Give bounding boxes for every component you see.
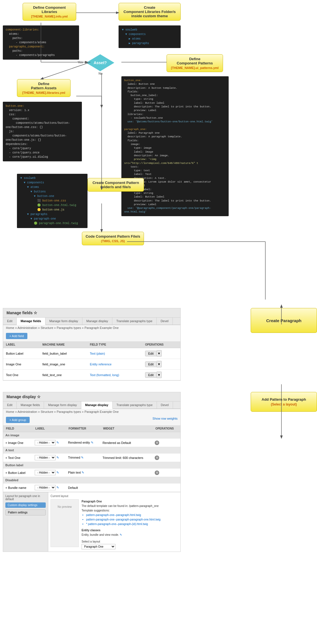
tab-manage-form[interactable]: Manage form display [45,318,82,325]
select-layout-area: Select a layout Paragraph One [82,539,161,549]
group-header-image: An image [3,432,180,439]
current-layout-label: Current layout [51,495,178,498]
entity-classes-edit[interactable]: ✎ [120,533,122,536]
group-header-button: Button label [3,462,180,469]
row-label-0: Button Label [3,348,40,359]
disp-col-widget: WIDGET [100,425,152,432]
disp-label-edit-text[interactable]: ✎ [56,456,59,459]
gear-icon-text-one[interactable]: ⚙ [155,456,159,460]
template-title: Paragraph One [82,500,102,503]
col-machine-name: MACHINE NAME [40,341,87,348]
disp-formatter-edit-button[interactable]: ✎ [82,471,84,474]
pattern-settings-btn[interactable]: Pattern settings [5,509,46,515]
gear-icon-image-one[interactable]: ⚙ [155,441,159,445]
col-field-type: FIELD TYPE [87,341,142,348]
disp-widget-bundle [100,483,152,492]
box4-subtitle: [THEME_NAME].libraries.yml [20,91,67,94]
disp-col-label: LABEL [32,425,66,432]
tab-edit[interactable]: Edit [3,318,17,325]
disp-label-edit-bundle[interactable]: ✎ [56,486,59,489]
fields-table: LABEL MACHINE NAME FIELD TYPE OPERATIONS… [3,341,180,380]
disp-col-field: FIELD [3,425,32,432]
disp-label-edit-button[interactable]: ✎ [56,471,59,474]
add-pattern-title: Add Pattern to Paragraph [262,397,306,402]
tab-manage-fields[interactable]: Manage fields [17,318,45,325]
edit-button-1[interactable]: Edit [145,361,157,367]
row-label-2: Text One [3,370,40,380]
disp-formatter-button: Plain text ✎ [66,469,100,477]
tab-disp-manage-display[interactable]: Manage display [81,402,113,409]
field-type-link-1[interactable]: Entity reference [90,363,112,366]
disp-label-select-text[interactable]: - Hidden - [35,455,56,460]
disp-label-select-image[interactable]: - Hidden - [35,440,56,445]
layout-content: Current layout No preview Paragraph One … [48,492,180,552]
row-type-0: Text (plain) [87,348,142,359]
entity-classes-desc: Entity, bundle and view mode. [82,533,119,536]
disp-formatter-edit-image[interactable]: ✎ [91,441,93,444]
layout-select[interactable]: Paragraph One [82,544,115,549]
box3-subtitle: [THEME_NAME].ui_patterns.yml [170,66,220,70]
table-row: Button Label field_button_label Text (pl… [3,348,180,359]
tab-devel[interactable]: Devel [157,318,173,325]
template-info: Paragraph One The default template can b… [82,499,161,549]
tab-disp-manage-fields[interactable]: Manage fields [17,402,44,409]
group-label-disabled: Disabled [3,477,180,483]
manage-display-row: Manage display ☆ Edit Manage fields Mana… [0,386,317,552]
manage-fields-section: Manage fields ☆ Edit Manage fields Manag… [3,308,181,381]
edit-dropdown-0[interactable]: ▾ [157,350,162,357]
disp-label-button: - Hidden - ✎ [32,469,66,477]
add-field-button[interactable]: + Add field [6,333,27,339]
add-pattern-box: Add Pattern to Paragraph (Select a layou… [251,392,317,412]
tab-disp-devel[interactable]: Devel [157,402,173,409]
disp-label-edit-image[interactable]: ✎ [56,441,59,444]
diamond-label: Asset? [86,54,114,71]
manage-display-section: Manage display ☆ Edit Manage fields Mana… [3,392,181,552]
group-header-text: A text [3,447,180,454]
show-row-weights-link[interactable]: Show row weights [152,417,178,420]
tab-disp-translate[interactable]: Translate paragraphs type [113,402,157,409]
row-op-0: Edit▾ [142,348,180,359]
disp-field-bundle: + Bundle name [3,483,32,492]
bottom-sections: Manage fields ☆ Edit Manage fields Manag… [0,300,317,552]
disp-col-ops: OPERATIONS [152,425,180,432]
code-component-pattern-box: Code Component Pattern File/s (TWIG, CSS… [82,232,144,245]
disp-formatter-image-one: Rendered entity ✎ [66,439,100,447]
no-preview: No preview [51,499,79,547]
edit-dropdown-1[interactable]: ▾ [157,361,162,367]
edit-button-0[interactable]: Edit [145,351,157,356]
entity-classes: Entity classes Entity, bundle and view m… [82,528,161,537]
layout-sidebar: Layout for paragraph one in default Cust… [3,492,48,552]
code-box-2: button_one: label: Button one descriptio… [121,76,229,216]
field-type-link-0[interactable]: Text (plain) [90,352,105,355]
manage-fields-header: Manage fields ☆ [3,308,180,318]
tab-disp-edit[interactable]: Edit [3,402,17,409]
gear-icon-button[interactable]: ⚙ [155,470,159,475]
group-label-image: An image [3,432,180,439]
field-type-link-2[interactable]: Text (formatted, long) [90,373,119,377]
define-component-libraries-box: Define Component Libraries [THEME_NAME].… [23,3,76,21]
box1-subtitle: [THEME_NAME].info.yml [26,15,73,18]
edit-dropdown-2[interactable]: ▾ [157,372,162,378]
display-row-button-label: + Button Label - Hidden - ✎ Plain text ✎… [3,469,180,477]
diagram-area: Define Component Libraries [THEME_NAME].… [0,0,317,300]
row-type-1: Entity reference [87,359,142,370]
manage-display-header: Manage display ☆ [3,392,180,402]
tab-manage-display[interactable]: Manage display [82,318,112,325]
custom-display-settings-btn[interactable]: Custom display settings [5,502,46,508]
disp-formatter-text-one: Trimmed ✎ [66,454,100,462]
edit-button-2[interactable]: Edit [145,372,157,378]
add-group-button[interactable]: + Add group [6,417,30,423]
disp-formatter-edit-text[interactable]: ✎ [81,456,84,459]
template-suggestion-1: pattern-paragraph-one--paragraph-paragra… [86,517,161,522]
box6-title: Code Component Pattern File/s [85,234,141,238]
disp-formatter-bundle: Default [66,483,100,492]
tab-translate[interactable]: Translate paragraphs type [112,318,157,325]
disp-col-formatter: FORMATTER [66,425,100,432]
disp-label-select-bundle[interactable]: - Hidden - [35,485,56,490]
box5-title: Create Component Patternfolder/s and fil… [91,181,141,189]
disp-label-select-button[interactable]: - Hidden - [35,470,56,475]
disp-label-bundle: - Hidden - ✎ [32,483,66,492]
template-desc: The default template can be found in: /p… [82,504,159,508]
disp-ops-button: ⚙ [152,469,180,477]
tab-disp-form[interactable]: Manage form display [44,402,81,409]
